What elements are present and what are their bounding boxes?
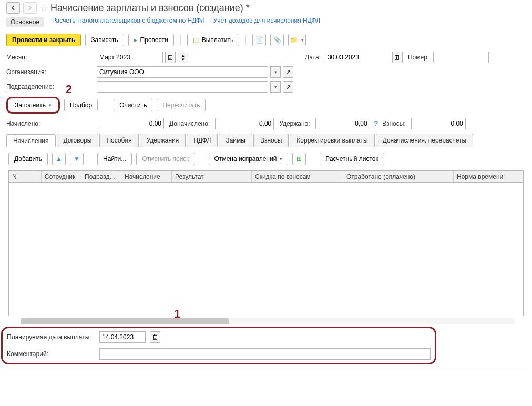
back-button[interactable]: [6, 2, 20, 14]
tab-loans[interactable]: Займы: [219, 134, 252, 147]
document-icon-button[interactable]: 📄: [252, 34, 266, 46]
date-calendar-button[interactable]: 🗓: [392, 52, 403, 63]
month-label: Месяц:: [6, 54, 95, 61]
tab-accruals[interactable]: Начисления: [6, 134, 56, 147]
open-icon: ↗: [285, 68, 291, 76]
run-button[interactable]: ▸ Провести: [128, 34, 174, 46]
col-worked[interactable]: Отработано (оплачено): [343, 171, 454, 182]
scroll-thumb[interactable]: [21, 318, 229, 324]
withheld-value[interactable]: [315, 118, 370, 129]
arrow-down-icon: ▼: [74, 155, 80, 163]
tab-ndfl[interactable]: НДФЛ: [187, 134, 218, 147]
org-input[interactable]: [97, 66, 268, 78]
number-label: Номер:: [408, 54, 429, 61]
month-input[interactable]: [97, 52, 163, 63]
h-scrollbar[interactable]: [21, 318, 515, 324]
grid-icon-button[interactable]: ⊞: [292, 153, 306, 165]
find-button[interactable]: Найти...: [97, 153, 132, 165]
page-title: Начисление зарплаты и взносов (создание)…: [50, 3, 250, 14]
col-norm[interactable]: Норма времени: [454, 171, 523, 182]
document-icon: 📄: [255, 36, 263, 44]
withheld-label: Удержано:: [279, 120, 310, 127]
org-label: Организация:: [6, 68, 95, 76]
number-input[interactable]: [433, 52, 489, 63]
star-icon[interactable]: ☆: [40, 3, 47, 13]
org-dropdown-button[interactable]: ▾: [270, 66, 281, 78]
tab-payout-corrections[interactable]: Корректировки выплаты: [290, 134, 374, 147]
calendar-icon: 🗓: [152, 333, 159, 341]
col-accrual[interactable]: Начисление: [121, 171, 172, 182]
help-icon[interactable]: ?: [374, 120, 378, 127]
month-calendar-button[interactable]: 🗓: [165, 52, 176, 63]
recalc-button[interactable]: Пересчитать: [157, 99, 206, 111]
pay-button[interactable]: ◫ Выплатить: [187, 34, 240, 46]
calendar-icon: 🗓: [167, 54, 174, 62]
tab-contracts[interactable]: Договоры: [57, 134, 99, 147]
pay-icon: ◫: [193, 36, 199, 44]
folder-icon-button[interactable]: 📁▾: [288, 34, 306, 46]
plan-calendar-button[interactable]: 🗓: [150, 331, 160, 343]
add-button[interactable]: Добавить: [8, 153, 48, 165]
move-up-button[interactable]: ▲: [52, 153, 66, 165]
calendar-icon: 🗓: [394, 54, 401, 62]
save-button[interactable]: Записать: [85, 34, 124, 46]
nav-budget[interactable]: Расчеты налогоплательщиков с бюджетом по…: [52, 17, 205, 27]
org-open-button[interactable]: ↗: [283, 66, 293, 78]
date-label: Дата:: [305, 54, 321, 61]
tab-deductions[interactable]: Удержания: [140, 134, 186, 147]
chevron-down-icon: ▾: [274, 84, 277, 89]
comment-label: Комментарий:: [7, 350, 95, 358]
clear-button[interactable]: Очистить: [114, 99, 152, 111]
col-result[interactable]: Результат: [172, 171, 252, 182]
spinner-icon: ▴▾: [182, 53, 185, 62]
highlight-1: 1 Планируемая дата выплаты: 🗓 Комментари…: [1, 327, 436, 364]
contrib-label: Взносы:: [382, 120, 406, 127]
pick-button[interactable]: Подбор: [64, 99, 98, 111]
dept-open-button[interactable]: ↗: [283, 81, 293, 93]
run-icon: ▸: [134, 36, 137, 44]
paperclip-icon: 📎: [273, 36, 281, 44]
accrued-value[interactable]: [97, 118, 164, 129]
tab-recalculations[interactable]: Доначисления, перерасчеты: [376, 134, 473, 147]
tabs: Начисления Договоры Пособия Удержания НД…: [6, 134, 526, 147]
nav-income[interactable]: Учет доходов для исчисления НДФЛ: [213, 17, 321, 27]
data-table: N Сотрудник Подразд... Начисление Резуль…: [8, 170, 524, 316]
cancel-fix-button[interactable]: Отмена исправлений ▾: [209, 153, 289, 165]
attach-icon-button[interactable]: 📎: [270, 34, 284, 46]
open-icon: ↗: [285, 83, 291, 91]
dept-input[interactable]: [97, 81, 268, 93]
arrow-up-icon: ▲: [56, 155, 62, 163]
table-body[interactable]: [9, 183, 523, 316]
folder-icon: 📁: [290, 36, 298, 44]
accrued-label: Начислено:: [6, 120, 95, 127]
comment-input[interactable]: [99, 348, 431, 360]
highlight-2: Заполнить ▾: [6, 97, 60, 114]
plan-date-label: Планируемая дата выплаты:: [7, 333, 95, 341]
marker-1-label: 1: [174, 307, 180, 321]
cancel-find-button[interactable]: Отменить поиск: [136, 153, 195, 165]
dept-dropdown-button[interactable]: ▾: [270, 81, 281, 93]
col-discount[interactable]: Скидка по взносам: [252, 171, 343, 182]
extra-label: Доначислено:: [169, 120, 210, 127]
month-spinner-button[interactable]: ▴▾: [178, 52, 188, 63]
date-input[interactable]: [325, 52, 390, 63]
run-close-button[interactable]: Провести и закрыть: [6, 34, 81, 46]
col-n[interactable]: N: [9, 171, 42, 182]
extra-value[interactable]: [215, 118, 274, 129]
grid-icon: ⊞: [296, 155, 302, 163]
move-down-button[interactable]: ▼: [70, 153, 84, 165]
dept-label: Подразделение:: [6, 83, 95, 90]
forward-button[interactable]: [23, 2, 37, 14]
col-employee[interactable]: Сотрудник: [42, 171, 81, 182]
chevron-down-icon: ▾: [274, 69, 277, 75]
nav-main[interactable]: Основное: [6, 17, 44, 27]
chevron-down-icon: ▾: [280, 156, 282, 161]
payslip-button[interactable]: Расчетный листок: [320, 153, 384, 165]
tab-contributions[interactable]: Взносы: [253, 134, 289, 147]
col-dept[interactable]: Подразд...: [81, 171, 121, 182]
tab-benefits[interactable]: Пособия: [99, 134, 138, 147]
fill-button[interactable]: Заполнить ▾: [9, 99, 57, 111]
contrib-value[interactable]: [411, 118, 466, 129]
chevron-down-icon: ▾: [49, 103, 52, 108]
plan-date-input[interactable]: [99, 331, 146, 343]
